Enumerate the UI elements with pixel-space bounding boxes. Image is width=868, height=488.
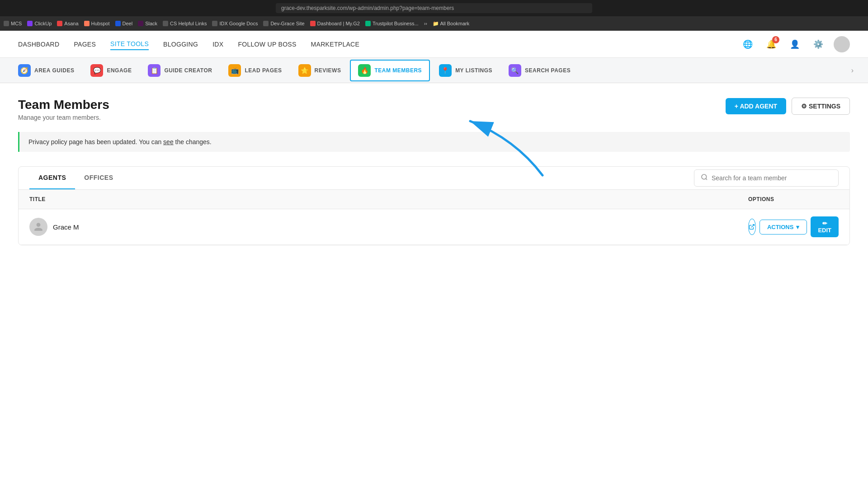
page-header: Team Members Manage your team members. +…	[18, 98, 850, 121]
search-input[interactable]	[712, 174, 832, 182]
subnav-search-pages[interactable]: 🔍 SEARCH PAGES	[501, 61, 578, 80]
subnav-team-members[interactable]: 🔥 TEAM MEMBERS	[350, 60, 430, 81]
nav-icons: 🌐 🔔 6 👤 ⚙️	[740, 36, 850, 52]
nav-dashboard[interactable]: DASHBOARD	[18, 39, 59, 50]
bookmarks-bar: MCS ClickUp Asana Hubspot Deel Slack CS …	[0, 16, 868, 31]
settings-button[interactable]: ⚙ SETTINGS	[792, 98, 850, 115]
subnav-guide-creator[interactable]: 📋 GUIDE CREATOR	[141, 61, 219, 80]
column-title: TITLE	[29, 196, 748, 202]
search-pages-icon: 🔍	[509, 64, 521, 77]
search-icon	[701, 174, 708, 183]
subnav-reviews[interactable]: ⭐ REVIEWS	[291, 61, 349, 80]
my-listings-icon: 📍	[439, 64, 452, 77]
subnav-lead-pages[interactable]: 📺 LEAD PAGES	[221, 61, 289, 80]
chevron-down-icon: ▾	[796, 224, 799, 230]
avatar	[29, 218, 47, 236]
edit-button[interactable]: ✏ EDIT	[811, 216, 839, 237]
tab-agents[interactable]: AGENTS	[29, 167, 75, 189]
lead-pages-icon: 📺	[228, 64, 241, 77]
bookmark-asana[interactable]: Asana	[57, 21, 78, 26]
row-left: Grace M	[29, 218, 748, 236]
bookmark-g2[interactable]: Dashboard | My.G2	[310, 21, 360, 26]
svg-point-0	[702, 174, 707, 179]
reviews-icon: ⭐	[298, 64, 311, 77]
team-members-icon: 🔥	[358, 64, 371, 77]
row-right: ACTIONS ▾ ✏ EDIT	[748, 216, 839, 237]
page-content: Team Members Manage your team members. +…	[0, 83, 868, 260]
link-icon-button[interactable]	[748, 219, 756, 235]
nav-site-tools[interactable]: SITE TOOLS	[110, 38, 149, 50]
row-name: Grace M	[53, 223, 79, 231]
subnav-chevron-right[interactable]: ›	[848, 66, 857, 75]
user-circle-icon[interactable]: 👤	[787, 36, 803, 52]
browser-top-bar: grace-dev.thesparksite.com/wp-admin/admi…	[0, 0, 868, 16]
svg-line-1	[706, 178, 707, 180]
panel-tabs: AGENTS OFFICES	[19, 167, 849, 190]
engage-icon: 💬	[90, 64, 103, 77]
bookmark-idx-docs[interactable]: IDX Google Docs	[212, 21, 258, 26]
actions-button[interactable]: ACTIONS ▾	[760, 220, 807, 235]
nav-marketplace[interactable]: MARKETPLACE	[311, 39, 360, 50]
notice-text: Privacy policy page has been updated. Yo…	[28, 138, 163, 145]
search-box[interactable]	[694, 169, 839, 187]
page-title-block: Team Members Manage your team members.	[18, 98, 109, 121]
subnav-area-guides[interactable]: 🧭 AREA GUIDES	[11, 61, 81, 80]
bookmark-hubspot[interactable]: Hubspot	[84, 21, 110, 26]
main-navigation: DASHBOARD PAGES SITE TOOLS BLOGGING IDX …	[0, 31, 868, 58]
bookmark-all[interactable]: 📁 All Bookmark	[433, 21, 469, 27]
main-panel: AGENTS OFFICES TITLE OPTIONS	[18, 166, 850, 245]
page-subtitle: Manage your team members.	[18, 114, 109, 121]
svg-line-2	[751, 225, 754, 227]
bookmark-dev-grace[interactable]: Dev-Grace Site	[263, 21, 304, 26]
sub-navigation: 🧭 AREA GUIDES 💬 ENGAGE 📋 GUIDE CREATOR 📺…	[0, 58, 868, 83]
nav-pages[interactable]: PAGES	[74, 39, 96, 50]
nav-links: DASHBOARD PAGES SITE TOOLS BLOGGING IDX …	[18, 38, 359, 50]
tab-offices[interactable]: OFFICES	[75, 167, 122, 189]
table-row: Grace M ACTIONS ▾ ✏ EDIT	[19, 209, 849, 245]
table-header: TITLE OPTIONS	[19, 190, 849, 209]
bookmark-cs-helpful[interactable]: CS Helpful Links	[163, 21, 207, 26]
bookmark-slack[interactable]: Slack	[138, 21, 157, 26]
bookmark-mcs[interactable]: MCS	[4, 21, 22, 26]
notification-bell-icon[interactable]: 🔔 6	[763, 36, 779, 52]
nav-blogging[interactable]: BLOGGING	[163, 39, 198, 50]
bookmark-clickup[interactable]: ClickUp	[27, 21, 52, 26]
page-title: Team Members	[18, 98, 109, 112]
avatar[interactable]	[834, 36, 850, 52]
notice-bar: Privacy policy page has been updated. Yo…	[18, 132, 850, 152]
tab-list: AGENTS OFFICES	[29, 167, 123, 189]
notice-link[interactable]: see	[163, 138, 174, 145]
guide-creator-icon: 📋	[148, 64, 160, 77]
notice-text-after: the changes.	[174, 138, 212, 145]
bookmark-deel[interactable]: Deel	[115, 21, 133, 26]
subnav-engage[interactable]: 💬 ENGAGE	[83, 61, 139, 80]
subnav-my-listings[interactable]: 📍 MY LISTINGS	[432, 61, 500, 80]
nav-followup[interactable]: FOLLOW UP BOSS	[238, 39, 296, 50]
bookmarks-more[interactable]: ››	[424, 21, 427, 26]
column-options: OPTIONS	[748, 196, 839, 202]
url-bar[interactable]: grace-dev.thesparksite.com/wp-admin/admi…	[276, 3, 592, 13]
area-guides-icon: 🧭	[18, 64, 31, 77]
add-agent-button[interactable]: + ADD AGENT	[726, 98, 786, 114]
gear-icon[interactable]: ⚙️	[810, 36, 826, 52]
nav-idx[interactable]: IDX	[212, 39, 223, 50]
bookmark-trustpilot[interactable]: Trustpilot Business...	[365, 21, 419, 26]
page-actions: + ADD AGENT ⚙ SETTINGS	[726, 98, 850, 115]
notification-badge: 6	[772, 36, 779, 43]
globe-icon[interactable]: 🌐	[740, 36, 756, 52]
